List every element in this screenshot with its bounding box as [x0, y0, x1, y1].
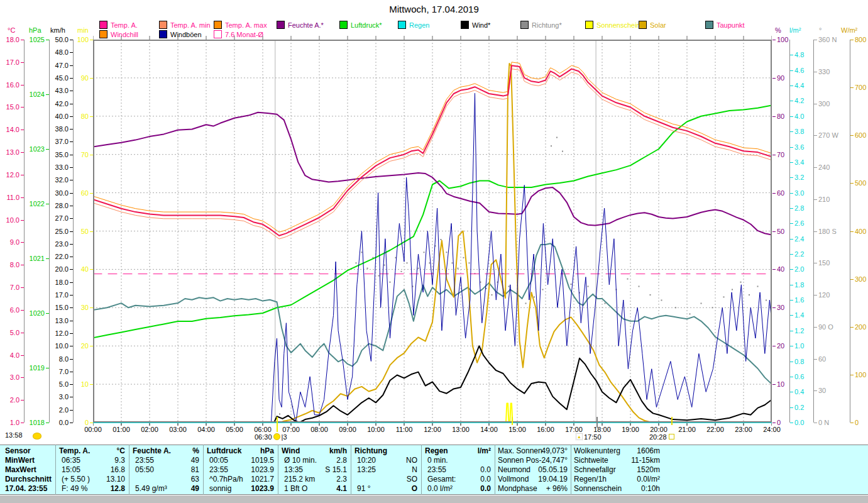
axis-tick [772, 423, 776, 423]
marker-suffix: |3 [282, 433, 287, 441]
astro-value: 49,073° [498, 446, 568, 455]
moonset-time-label: 13:58 [5, 431, 23, 439]
legend-item-richtung-: Richtung* [520, 21, 562, 29]
legend-label: Luftdruck* [351, 21, 382, 29]
axis-tick [790, 285, 793, 285]
table-cell-value: S 15.1 [282, 465, 347, 474]
axis-tick [70, 91, 73, 91]
x-axis-hour-label: 05:00 [221, 426, 248, 433]
axis-tick-label: 3.2 [794, 174, 804, 181]
axis-tick [790, 55, 793, 55]
axis-tick-label: 2.6 [794, 219, 804, 227]
axis-tick [814, 199, 817, 200]
axis-tick [772, 269, 776, 270]
axis-tick-label: 90 O [818, 323, 833, 331]
table-column-divider [351, 445, 351, 495]
axis-tick-label: 5.0 [0, 329, 19, 336]
axis-tick [70, 104, 73, 104]
axis-tick [21, 220, 24, 221]
x-axis-hour-label: 04:00 [192, 426, 220, 433]
weather-graph-window: Mittwoch, 17.04.2019 Temp. A.Temp. A. mi… [0, 0, 868, 503]
astro-value: 19.04.19 [498, 475, 568, 484]
axis-tick [70, 129, 73, 130]
axis-tick-label: 60 [818, 355, 826, 363]
axis-tick-label: 10 [777, 380, 784, 388]
table-cell-value: N [354, 465, 417, 474]
series-swatch-icon [339, 21, 348, 29]
legend-label: Temp. A. min [170, 21, 211, 29]
x-axis-hour-label: 01:00 [107, 426, 135, 433]
axis-tick-label: 37.0 [43, 138, 69, 145]
table-cell-value: 1021.7 [207, 475, 274, 484]
axis-tick-label: 1.8 [794, 281, 804, 289]
table-cell-value: 0.0 [425, 465, 491, 474]
axis-tick-label: 18.0 [43, 279, 69, 286]
legend-item-solar: Solar [639, 21, 666, 29]
legend-label: Sonnenschein [596, 21, 640, 29]
x-axis-hour-label: 21:00 [673, 426, 701, 433]
axis-tick [21, 333, 24, 333]
table-col-unit: hPa [207, 446, 274, 455]
series-swatch-icon [214, 21, 222, 29]
table-cell-value: O [354, 484, 417, 493]
x-axis-hour-label: 15:00 [503, 426, 531, 433]
axis-tick-label: 2.0 [0, 396, 19, 404]
weather-value: 1606m [574, 446, 660, 455]
axis-tick [790, 269, 793, 270]
axis-tick-label: 10.0 [0, 216, 19, 224]
legend-item-taupunkt: Taupunkt [705, 21, 745, 29]
axis-tick [772, 40, 776, 40]
axis-tick [70, 167, 73, 168]
axis-tick-label: 12.0 [43, 329, 69, 337]
legend-label: Richtung* [532, 21, 562, 29]
table-column-divider [278, 445, 278, 495]
axis-tick [21, 130, 24, 130]
legend-item-luftdruck-: Luftdruck* [339, 21, 382, 29]
axis-tick [790, 116, 793, 117]
axis-tick [21, 242, 24, 243]
table-column-divider [203, 445, 204, 495]
moon-icon [33, 433, 41, 439]
table-row-label: 17.04. 23:55 [5, 484, 47, 493]
table-col-unit: l/m² [425, 446, 491, 455]
axis-tick-label: 22.0 [43, 253, 69, 260]
axis-tick-label: 8.0 [0, 261, 19, 268]
table-row-label: Durchschnitt [5, 475, 52, 484]
axis-tick-label: 17.0 [43, 291, 69, 299]
table-column-divider [571, 445, 571, 495]
axis-tick [790, 362, 793, 362]
table-cell-value: 81 [133, 465, 199, 474]
axis-tick-label: 38.0 [43, 125, 69, 133]
axis-tick [850, 183, 854, 184]
axis-tick [772, 193, 776, 194]
table-row-label: Sensor [5, 446, 31, 455]
axis-tick [21, 355, 24, 356]
axis-tick [814, 390, 817, 391]
axis-tick-label: 240 [818, 163, 830, 171]
axis-tick [850, 375, 854, 375]
axis-tick [772, 155, 776, 155]
table-column-divider [129, 445, 129, 495]
axis-tick-label: 13.0 [0, 148, 19, 156]
page-title: Mittwoch, 17.04.2019 [0, 4, 868, 14]
axis-tick-label: 50 [63, 228, 89, 235]
x-axis-hour-label: 12:00 [419, 426, 446, 433]
axis-unit-: % [775, 26, 781, 34]
axis-tick-label: 4.4 [794, 82, 804, 89]
axis-tick [790, 300, 793, 301]
axis-unit-C: °C [8, 26, 15, 34]
axis-tick-label: 1.0 [0, 419, 19, 426]
table-cell-value: 9.3 [59, 456, 125, 465]
table-col-unit: km/h [282, 446, 347, 455]
axis-tick [814, 231, 817, 232]
table-row-label: MinWert [5, 456, 35, 465]
axis-tick [70, 218, 73, 219]
axis-tick-label: 4.8 [794, 51, 804, 58]
marker-time-label: 20:28 [649, 433, 667, 441]
axis-tick-label: 60 [63, 189, 89, 197]
legend-item-feuchte-a-: Feuchte A.* [277, 21, 324, 29]
axis-tick [814, 167, 817, 168]
legend-label: Temp. A. max [225, 21, 267, 29]
axis-tick [814, 327, 817, 328]
x-axis-hour-label: 09:00 [334, 426, 361, 433]
